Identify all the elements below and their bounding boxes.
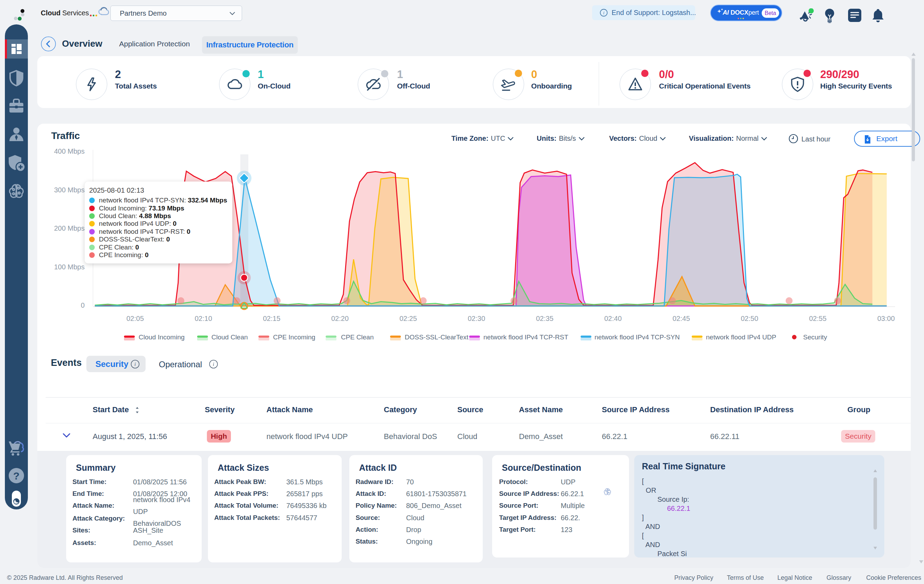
svg-text:i: i [134,362,136,367]
svg-text:i: i [213,362,214,367]
